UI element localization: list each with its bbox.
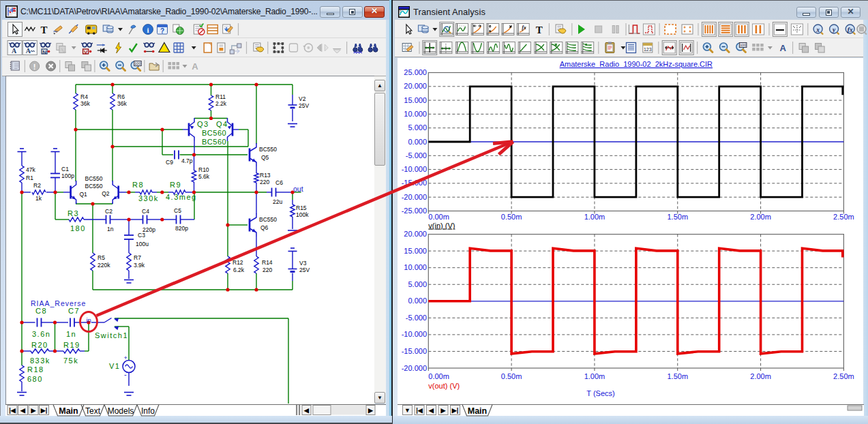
svg-text:◀: ◀ — [303, 407, 310, 414]
svg-text:▶: ▶ — [440, 407, 447, 414]
svg-text:|◀: |◀ — [9, 407, 16, 414]
svg-text:▶|: ▶| — [451, 407, 458, 414]
svg-text:▶: ▶ — [368, 407, 374, 414]
svg-text:▼: ▼ — [404, 407, 410, 414]
svg-text:◀: ◀ — [20, 407, 26, 414]
svg-text:Main: Main — [59, 406, 78, 416]
svg-text:Text: Text — [85, 406, 101, 416]
svg-text:▶|: ▶| — [40, 407, 47, 414]
svg-text:Models: Models — [108, 406, 134, 416]
svg-text:▶: ▶ — [31, 407, 37, 414]
svg-text:◀: ◀ — [428, 407, 434, 414]
svg-text:|◀: |◀ — [416, 407, 423, 414]
svg-text:Info: Info — [141, 406, 155, 416]
svg-text:Main: Main — [468, 406, 487, 416]
